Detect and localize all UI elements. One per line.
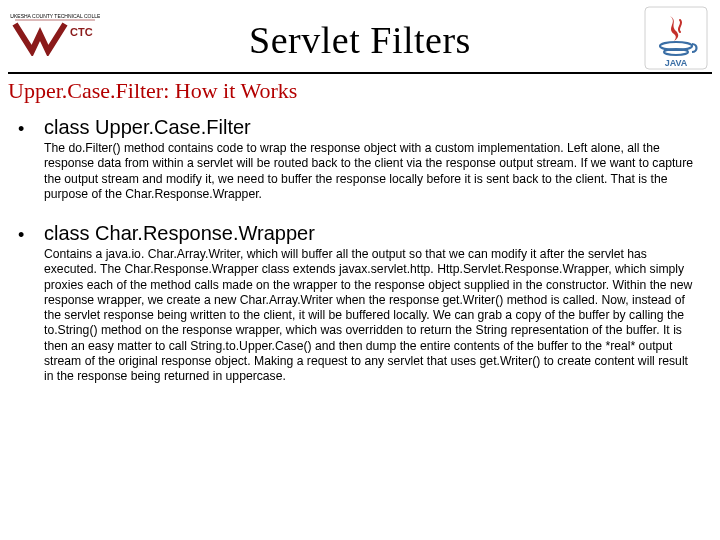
bullet-item: • class Char.Response.Wrapper Contains a… [18,222,702,384]
slide-subtitle: Upper.Case.Filter: How it Works [0,78,720,110]
wctc-logo: WAUKESHA COUNTY TECHNICAL COLLEGE CTC [10,6,100,56]
bullet-marker: • [18,222,44,384]
bullet-heading: class Char.Response.Wrapper [44,222,702,245]
svg-text:CTC: CTC [70,26,93,38]
divider [8,72,712,74]
slide-header: WAUKESHA COUNTY TECHNICAL COLLEGE CTC Se… [0,0,720,70]
bullet-text: The do.Filter() method contains code to … [44,141,702,202]
svg-text:WAUKESHA COUNTY TECHNICAL COLL: WAUKESHA COUNTY TECHNICAL COLLEGE [10,13,100,19]
slide-title: Servlet Filters [0,0,720,62]
bullet-text: Contains a java.io. Char.Array.Writer, w… [44,247,702,384]
bullet-heading: class Upper.Case.Filter [44,116,702,139]
svg-text:JAVA: JAVA [665,58,688,68]
bullet-body: class Upper.Case.Filter The do.Filter() … [44,116,702,202]
bullet-body: class Char.Response.Wrapper Contains a j… [44,222,702,384]
bullet-marker: • [18,116,44,202]
bullet-item: • class Upper.Case.Filter The do.Filter(… [18,116,702,202]
java-logo: JAVA [644,6,708,70]
slide-content: • class Upper.Case.Filter The do.Filter(… [0,116,720,384]
